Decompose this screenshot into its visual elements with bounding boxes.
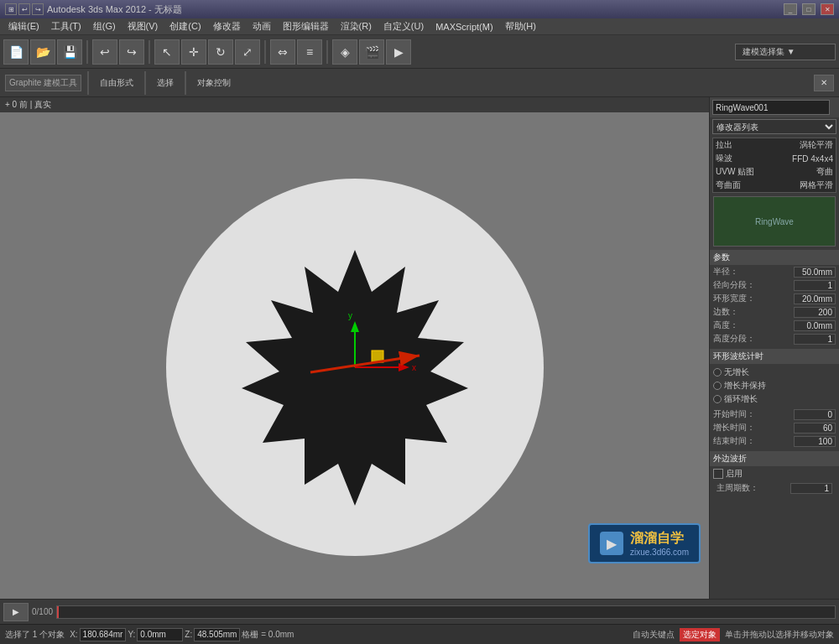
menu-view[interactable]: 视图(V) bbox=[122, 18, 164, 34]
cyclic-grow-row[interactable]: 循环增长 bbox=[713, 392, 836, 406]
menu-render[interactable]: 渲染(R) bbox=[336, 18, 377, 34]
modifier-type-4: 网格平滑 bbox=[800, 179, 833, 191]
y-coord-value[interactable]: 0.0mm bbox=[137, 628, 183, 641]
modifier-name-4: 弯曲面 bbox=[716, 179, 741, 191]
rotate-button[interactable]: ↻ bbox=[208, 39, 233, 65]
cyclic-grow-radio[interactable] bbox=[713, 395, 722, 403]
x-coord-value[interactable]: 180.684mr bbox=[80, 628, 127, 641]
z-coord-value[interactable]: 48.505mm bbox=[194, 628, 240, 641]
close-button[interactable]: ✕ bbox=[821, 3, 834, 15]
toolbar-separator-1 bbox=[86, 40, 88, 64]
enable-outer-edge-checkbox[interactable] bbox=[713, 469, 723, 479]
current-frame: 0 bbox=[32, 607, 37, 616]
y-label: y bbox=[348, 311, 352, 320]
timeline-cursor[interactable] bbox=[57, 606, 59, 618]
render-setup-button[interactable]: 🎬 bbox=[359, 39, 384, 65]
selection-filter[interactable]: 建模选择集 ▼ bbox=[735, 44, 836, 60]
selection-label[interactable]: 选择 bbox=[152, 75, 179, 91]
toolbar-separator-4 bbox=[326, 40, 328, 64]
right-panel-top bbox=[710, 97, 839, 117]
x-coord-label: X: bbox=[70, 630, 77, 639]
modifier-row-1[interactable]: 拉出 涡轮平滑 bbox=[713, 138, 836, 152]
select-button[interactable]: ↖ bbox=[154, 39, 180, 65]
grow-hold-row[interactable]: 增长并保持 bbox=[713, 379, 836, 392]
menu-animation[interactable]: 动画 bbox=[248, 18, 276, 34]
menu-modifiers[interactable]: 修改器 bbox=[208, 18, 246, 34]
move-button[interactable]: ✛ bbox=[181, 39, 206, 65]
end-time-row: 结束时间： 100 bbox=[710, 434, 839, 448]
scale-button[interactable]: ⤢ bbox=[235, 39, 260, 65]
param-value-height-segs[interactable]: 1 bbox=[794, 334, 836, 345]
menu-tools[interactable]: 工具(T) bbox=[46, 18, 86, 34]
viewport-label: + 0 前 | 真实 bbox=[5, 99, 51, 111]
param-value-radial-segs[interactable]: 1 bbox=[794, 280, 836, 291]
menu-edit[interactable]: 编辑(E) bbox=[3, 18, 44, 34]
toolbar-separator-2 bbox=[149, 40, 150, 64]
auto-key-label: 自动关键点 bbox=[633, 629, 675, 641]
param-value-radius[interactable]: 50.0mm bbox=[794, 267, 836, 278]
mirror-button[interactable]: ⇔ bbox=[270, 39, 295, 65]
param-label-ring-width: 环形宽度： bbox=[713, 293, 755, 304]
menu-customize[interactable]: 自定义(U) bbox=[378, 18, 429, 34]
no-growth-radio[interactable] bbox=[713, 368, 722, 377]
main-cycles-value[interactable]: 1 bbox=[790, 483, 832, 494]
modifier-row-4[interactable]: 弯曲面 网格平滑 bbox=[713, 179, 836, 192]
viewport-header: + 0 前 | 真实 bbox=[0, 97, 709, 112]
menu-create[interactable]: 创建(C) bbox=[164, 18, 206, 34]
param-value-height[interactable]: 0.0mm bbox=[794, 320, 836, 331]
object-name-input[interactable] bbox=[712, 100, 830, 115]
param-label-height-segs: 高度分段： bbox=[713, 333, 755, 345]
align-button[interactable]: ≡ bbox=[297, 39, 322, 65]
new-scene-button[interactable]: 📄 bbox=[3, 39, 29, 65]
redo-icon[interactable]: ↪ bbox=[32, 3, 44, 15]
no-growth-row[interactable]: 无增长 bbox=[713, 366, 836, 379]
star-shape bbox=[242, 250, 468, 506]
timeline-track[interactable] bbox=[56, 605, 836, 619]
undo-button[interactable]: ↩ bbox=[92, 39, 117, 65]
menu-maxscript[interactable]: MAXScript(M) bbox=[430, 20, 498, 34]
param-value-sides[interactable]: 200 bbox=[794, 307, 836, 318]
x-label: x bbox=[412, 363, 416, 372]
menu-graph-editors[interactable]: 图形编辑器 bbox=[278, 18, 334, 34]
menu-help[interactable]: 帮助(H) bbox=[500, 18, 541, 34]
graphite-label: Graphite 建模工具 bbox=[5, 75, 81, 91]
selected-mode-button[interactable]: 选定对象 bbox=[680, 628, 720, 641]
status-coords: X: 180.684mr Y: 0.0mm Z: 48.505mm 格栅 = 0… bbox=[70, 628, 628, 641]
material-editor-button[interactable]: ◈ bbox=[332, 39, 357, 65]
viewport[interactable]: + 0 前 | 真实 y x bbox=[0, 97, 709, 599]
outer-edge-params: 启用 主周期数： 1 bbox=[710, 466, 839, 496]
save-button[interactable]: 💾 bbox=[57, 39, 82, 65]
minimize-button[interactable]: _ bbox=[784, 3, 797, 15]
close-graphite-btn[interactable]: ✕ bbox=[814, 75, 834, 91]
params-section-header: 参数 bbox=[710, 250, 839, 265]
open-button[interactable]: 📂 bbox=[30, 39, 55, 65]
modifier-list-label: 修改器列表 bbox=[710, 117, 839, 136]
modifier-row-2[interactable]: 噪波 FFD 4x4x4 bbox=[713, 152, 836, 165]
render-button[interactable]: ▶ bbox=[386, 39, 411, 65]
maximize-button[interactable]: □ bbox=[802, 3, 816, 15]
scale-handle[interactable] bbox=[372, 351, 383, 362]
redo-button[interactable]: ↪ bbox=[119, 39, 144, 65]
watermark-sub-text: zixue.3d66.com bbox=[630, 548, 689, 557]
enable-outer-edge-row[interactable]: 启用 bbox=[713, 468, 836, 480]
grow-hold-radio[interactable] bbox=[713, 382, 722, 390]
menu-group[interactable]: 组(G) bbox=[88, 18, 121, 34]
freeform-label[interactable]: 自由形式 bbox=[95, 75, 138, 91]
grow-time-value[interactable]: 60 bbox=[794, 423, 836, 434]
ring-wave-preview[interactable]: RingWave bbox=[713, 196, 836, 247]
wave-stats-header: 环形波统计时 bbox=[710, 349, 839, 364]
app-icon: ⊞ bbox=[5, 3, 17, 15]
app-title: Autodesk 3ds Max 2012 - 无标题 bbox=[47, 3, 182, 16]
viewport-content[interactable]: y x ▶ bbox=[0, 112, 709, 599]
right-panel: 修改器列表 拉出 涡轮平滑 噪波 FFD 4x4x4 UVW 贴图 弯曲 弯曲面… bbox=[709, 97, 839, 599]
param-value-ring-width[interactable]: 20.0mm bbox=[794, 293, 836, 304]
start-time-value[interactable]: 0 bbox=[794, 409, 836, 420]
play-button[interactable]: ▶ bbox=[3, 603, 29, 621]
window-controls-left: ⊞ ↩ ↪ bbox=[5, 3, 44, 15]
modifier-list-select[interactable]: 修改器列表 bbox=[712, 119, 836, 134]
undo-icon[interactable]: ↩ bbox=[18, 3, 30, 15]
frame-display: 0/100 bbox=[29, 607, 56, 616]
object-control-label[interactable]: 对象控制 bbox=[192, 75, 236, 91]
modifier-row-3[interactable]: UVW 贴图 弯曲 bbox=[713, 165, 836, 179]
end-time-value[interactable]: 100 bbox=[794, 436, 836, 447]
